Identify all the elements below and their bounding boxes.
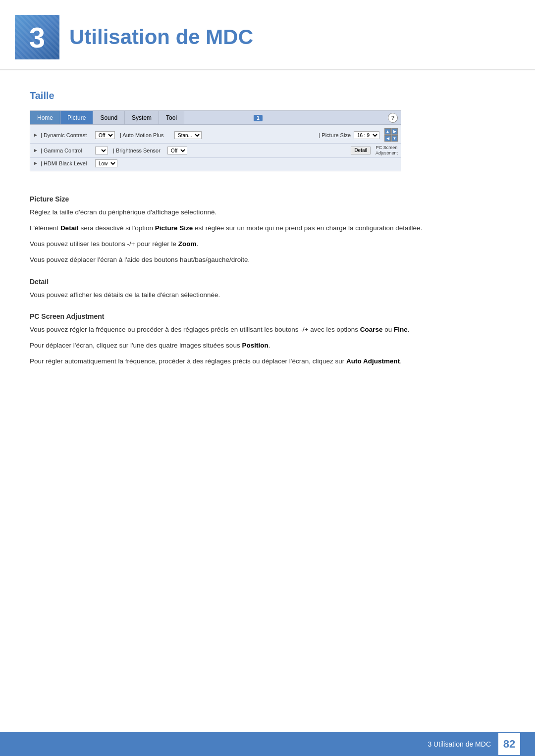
chapter-number-box: 3: [15, 15, 59, 59]
select-dynamic-contrast[interactable]: Off: [95, 131, 115, 139]
pc-screen-para-1: Vous pouvez régler la fréquence ou procé…: [30, 324, 505, 335]
tab-system[interactable]: System: [125, 111, 159, 124]
tab-picture[interactable]: Picture: [60, 111, 93, 124]
detail-button[interactable]: Detail: [351, 147, 371, 154]
picture-size-title: Picture Size: [30, 195, 505, 203]
field-label-brightness: | Brightness Sensor: [113, 148, 167, 153]
tab-sound[interactable]: Sound: [93, 111, 125, 124]
field-label-gamma: | Gamma Control: [41, 148, 95, 153]
chapter-number: 3: [29, 21, 45, 54]
ui-panel: Home Picture Sound System Tool 1 ? ► | D…: [30, 110, 401, 171]
pc-screen-section: PC Screen Adjustment Vous pouvez régler …: [30, 312, 505, 367]
select-picture-size[interactable]: 16 : 9: [354, 131, 379, 139]
ui-toolbar: Home Picture Sound System Tool 1 ?: [30, 111, 401, 125]
pc-screen-para-2: Pour déplacer l'écran, cliquez sur l'une…: [30, 340, 505, 351]
badge: 1: [254, 115, 263, 121]
detail-para-1: Vous pouvez afficher les détails de la t…: [30, 290, 505, 301]
nav-btn-tr[interactable]: ▶: [391, 128, 398, 135]
picture-size-para-3: Vous pouvez utiliser les boutons -/+ pou…: [30, 239, 505, 250]
picture-size-para-1: Réglez la taille d'écran du périphérique…: [30, 207, 505, 218]
section-title: Taille: [30, 90, 505, 101]
pc-screen-label: PC ScreenAdjustment: [375, 145, 398, 156]
page-footer: 3 Utilisation de MDC 82: [0, 732, 535, 756]
ui-row-1: ► | Dynamic Contrast Off | Auto Motion P…: [30, 127, 401, 144]
picture-size-para-4: Vous pouvez déplacer l'écran à l'aide de…: [30, 254, 505, 265]
nav-icons: ▲ ▶ ◀ ▼: [384, 128, 398, 142]
pc-screen-para-3: Pour régler automatiquement la fréquence…: [30, 356, 505, 367]
arrow-icon-1: ►: [33, 132, 39, 138]
right-panel-1: | Picture Size 16 : 9 ▲ ▶ ◀: [319, 128, 398, 142]
pc-screen-title: PC Screen Adjustment: [30, 312, 505, 320]
ui-row-2: ► | Gamma Control | Brightness Sensor Of…: [30, 144, 401, 158]
nav-btn-br[interactable]: ▼: [391, 135, 398, 142]
picture-size-section: Picture Size Réglez la taille d'écran du…: [30, 195, 505, 266]
nav-icons-top: ▲ ▶: [384, 128, 398, 135]
ui-row-3: ► | HDMI Black Level Low: [30, 158, 401, 169]
main-content: Taille Home Picture Sound System Tool 1 …: [0, 70, 535, 409]
nav-icons-bottom: ◀ ▼: [384, 135, 398, 142]
help-icon[interactable]: ?: [388, 113, 398, 123]
ui-panel-wrapper: Home Picture Sound System Tool 1 ? ► | D…: [30, 110, 401, 185]
field-label-auto-motion: | Auto Motion Plus: [120, 132, 174, 138]
picture-size-para-2: L'élément Detail sera désactivé si l'opt…: [30, 223, 505, 234]
chapter-title: Utilisation de MDC: [69, 25, 253, 49]
right-panel-2: Detail PC ScreenAdjustment: [351, 145, 398, 156]
detail-title: Detail: [30, 278, 505, 286]
select-brightness[interactable]: Off: [167, 147, 187, 154]
field-label-dynamic-contrast: | Dynamic Contrast: [41, 132, 95, 138]
footer-text: 3 Utilisation de MDC: [428, 740, 491, 748]
detail-section: Detail Vous pouvez afficher les détails …: [30, 278, 505, 301]
select-gamma[interactable]: [95, 147, 108, 154]
picture-size-label: | Picture Size: [319, 132, 351, 138]
field-label-hdmi: | HDMI Black Level: [41, 160, 95, 166]
ui-rows: ► | Dynamic Contrast Off | Auto Motion P…: [30, 125, 401, 171]
nav-btn-tl[interactable]: ▲: [384, 128, 391, 135]
select-auto-motion[interactable]: Stan...: [174, 131, 202, 139]
tab-tool[interactable]: Tool: [159, 111, 184, 124]
select-hdmi[interactable]: Low: [95, 159, 117, 167]
arrow-icon-3: ►: [33, 160, 39, 166]
arrow-icon-2: ►: [33, 148, 39, 153]
chapter-header: 3 Utilisation de MDC: [0, 0, 535, 70]
nav-btn-bl[interactable]: ◀: [384, 135, 391, 142]
footer-page-number: 82: [498, 733, 520, 755]
tab-home[interactable]: Home: [30, 111, 60, 124]
